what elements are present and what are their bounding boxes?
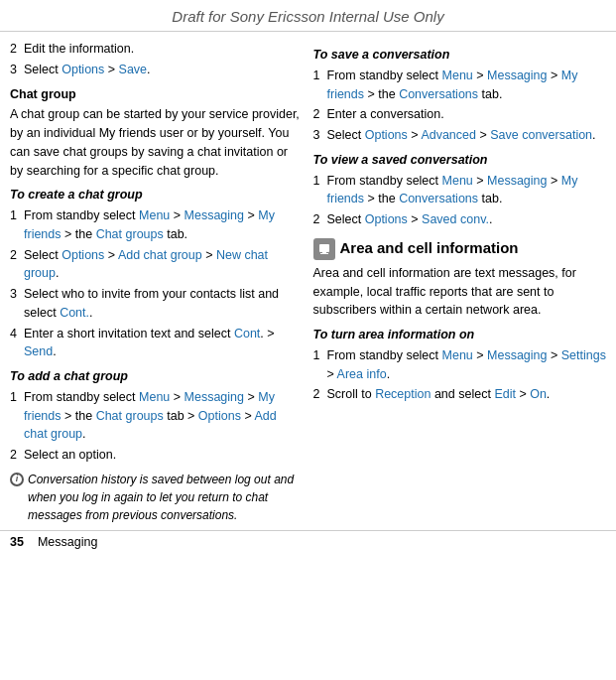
view-conv-heading: To view a saved conversation bbox=[313, 151, 607, 170]
area-on-heading: To turn area information on bbox=[313, 326, 607, 344]
create-step-1: 1 From standby select Menu > Messaging >… bbox=[10, 206, 304, 244]
create-step-4: 4 Enter a short invitation text and sele… bbox=[10, 325, 304, 362]
view-step-1: 1 From standby select Menu > Messaging >… bbox=[313, 172, 607, 209]
area-heading-block: Area and cell information bbox=[313, 237, 607, 260]
left-column: 2 Edit the information. 3 Select Options… bbox=[10, 40, 304, 524]
svg-rect-0 bbox=[319, 244, 329, 252]
area-step-2: 2 Scroll to Reception and select Edit > … bbox=[313, 385, 607, 404]
save-conv-list: 1 From standby select Menu > Messaging >… bbox=[313, 67, 607, 145]
add-step-2: 2 Select an option. bbox=[10, 446, 304, 465]
area-icon bbox=[313, 238, 335, 260]
area-step-1: 1 From standby select Menu > Messaging >… bbox=[313, 346, 607, 384]
step2: 2 Edit the information. bbox=[10, 40, 304, 59]
save-step-1: 1 From standby select Menu > Messaging >… bbox=[313, 67, 607, 104]
right-column: To save a conversation 1 From standby se… bbox=[313, 40, 607, 524]
svg-rect-2 bbox=[320, 253, 328, 254]
note-block: i Conversation history is saved between … bbox=[10, 471, 304, 524]
create-step-2: 2 Select Options > Add chat group > New … bbox=[10, 246, 304, 284]
create-heading: To create a chat group bbox=[10, 186, 304, 204]
area-heading-text: Area and cell information bbox=[340, 237, 519, 260]
save-step-2: 2 Enter a conversation. bbox=[313, 105, 607, 124]
add-step-1: 1 From standby select Menu > Messaging >… bbox=[10, 388, 304, 444]
view-conv-list: 1 From standby select Menu > Messaging >… bbox=[313, 172, 607, 229]
chat-group-body: A chat group can be started by your serv… bbox=[10, 105, 304, 180]
area-on-list: 1 From standby select Menu > Messaging >… bbox=[313, 346, 607, 404]
page-number: 35 bbox=[10, 535, 24, 549]
footer: 35 Messaging bbox=[0, 530, 616, 553]
add-heading: To add a chat group bbox=[10, 367, 304, 386]
note-icon: i bbox=[10, 473, 24, 486]
step3: 3 Select Options > Save. bbox=[10, 61, 304, 79]
create-list: 1 From standby select Menu > Messaging >… bbox=[10, 206, 304, 361]
view-step-2: 2 Select Options > Saved conv.. bbox=[313, 210, 607, 229]
chat-group-heading: Chat group bbox=[10, 85, 304, 104]
draft-header: Draft for Sony Ericsson Internal Use Onl… bbox=[0, 0, 616, 32]
save-conv-heading: To save a conversation bbox=[313, 46, 607, 65]
footer-section: Messaging bbox=[38, 535, 97, 549]
add-list: 1 From standby select Menu > Messaging >… bbox=[10, 388, 304, 465]
save-step-3: 3 Select Options > Advanced > Save conve… bbox=[313, 126, 607, 145]
create-step-3: 3 Select who to invite from your contact… bbox=[10, 285, 304, 323]
area-body: Area and cell information are text messa… bbox=[313, 264, 607, 320]
